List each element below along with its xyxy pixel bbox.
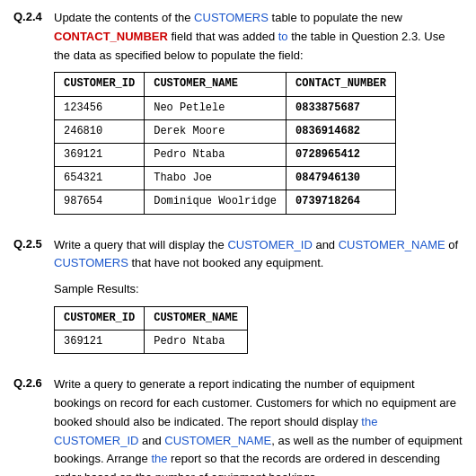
col-customer-id: CUSTOMER_ID bbox=[55, 73, 145, 96]
table-row: 987654 Dominique Woolridge 0739718264 bbox=[55, 190, 396, 214]
cell-cname: Neo Petlele bbox=[145, 96, 286, 119]
cell-cid: 654321 bbox=[55, 167, 145, 190]
sample-results-label: Sample Results: bbox=[54, 280, 463, 299]
q25-table: CUSTOMER_ID CUSTOMER_NAME 369121 Pedro N… bbox=[54, 306, 248, 354]
cell-cnum: 0847946130 bbox=[286, 167, 396, 190]
cell-cname2: Pedro Ntaba bbox=[145, 331, 248, 354]
question-number-2-4: Q.2.4 bbox=[13, 9, 54, 23]
col-customer-name2: CUSTOMER_NAME bbox=[145, 306, 248, 330]
question-2-4: Q.2.4 Update the contents of the CUSTOME… bbox=[13, 9, 463, 222]
cell-cid2: 369121 bbox=[55, 331, 145, 354]
col-customer-id2: CUSTOMER_ID bbox=[55, 306, 145, 330]
highlight-the: the bbox=[361, 415, 377, 428]
cell-cnum: 0728965412 bbox=[286, 143, 396, 166]
table-row: 369121 Pedro Ntaba 0728965412 bbox=[55, 143, 396, 166]
question-content-2-4: Update the contents of the CUSTOMERS tab… bbox=[54, 9, 463, 222]
q25-text: Write a query that will display the CUST… bbox=[54, 236, 463, 274]
highlight-cid: CUSTOMER_ID bbox=[227, 238, 312, 251]
question-number-2-5: Q.2.5 bbox=[13, 236, 54, 251]
cell-cnum: 0739718264 bbox=[286, 190, 396, 214]
table-row: 246810 Derek Moore 0836914682 bbox=[55, 119, 396, 143]
highlight-the2: the bbox=[151, 452, 167, 465]
table-row: 654321 Thabo Joe 0847946130 bbox=[55, 167, 396, 190]
highlight-customers: CUSTOMERS bbox=[194, 11, 269, 24]
highlight-cname3: CUSTOMER_NAME bbox=[164, 434, 271, 447]
col-contact-number: CONTACT_NUMBER bbox=[286, 73, 396, 96]
question-content-2-6: Write a query to generate a report indic… bbox=[54, 375, 463, 476]
question-2-6: Q.2.6 Write a query to generate a report… bbox=[13, 375, 463, 476]
cell-cname: Thabo Joe bbox=[145, 167, 286, 190]
q26-text: Write a query to generate a report indic… bbox=[54, 375, 463, 476]
cell-cid: 123456 bbox=[55, 96, 145, 119]
highlight-cid3: CUSTOMER_ID bbox=[54, 434, 138, 447]
q25-table-header-row: CUSTOMER_ID CUSTOMER_NAME bbox=[55, 306, 248, 330]
cell-cnum: 0836914682 bbox=[286, 119, 396, 143]
highlight-to: to bbox=[278, 30, 288, 43]
question-number-2-6: Q.2.6 bbox=[13, 375, 54, 390]
q24-table-header-row: CUSTOMER_ID CUSTOMER_NAME CONTACT_NUMBER bbox=[55, 73, 396, 96]
q24-text: Update the contents of the CUSTOMERS tab… bbox=[54, 9, 463, 65]
question-2-5: Q.2.5 Write a query that will display th… bbox=[13, 236, 463, 362]
cell-cname: Derek Moore bbox=[145, 119, 286, 143]
col-customer-name: CUSTOMER_NAME bbox=[145, 73, 286, 96]
cell-cid: 369121 bbox=[55, 143, 145, 166]
highlight-customers2: CUSTOMERS bbox=[54, 256, 128, 269]
cell-cid: 987654 bbox=[55, 190, 145, 214]
table-row: 369121 Pedro Ntaba bbox=[55, 331, 248, 354]
table-row: 123456 Neo Petlele 0833875687 bbox=[55, 96, 396, 119]
q24-table: CUSTOMER_ID CUSTOMER_NAME CONTACT_NUMBER… bbox=[54, 72, 396, 214]
cell-cnum: 0833875687 bbox=[286, 96, 396, 119]
highlight-contact-number: CONTACT_NUMBER bbox=[54, 30, 168, 43]
cell-cid: 246810 bbox=[55, 119, 145, 143]
highlight-cname: CUSTOMER_NAME bbox=[339, 238, 445, 251]
question-content-2-5: Write a query that will display the CUST… bbox=[54, 236, 463, 362]
cell-cname: Pedro Ntaba bbox=[145, 143, 286, 166]
cell-cname: Dominique Woolridge bbox=[145, 190, 286, 214]
